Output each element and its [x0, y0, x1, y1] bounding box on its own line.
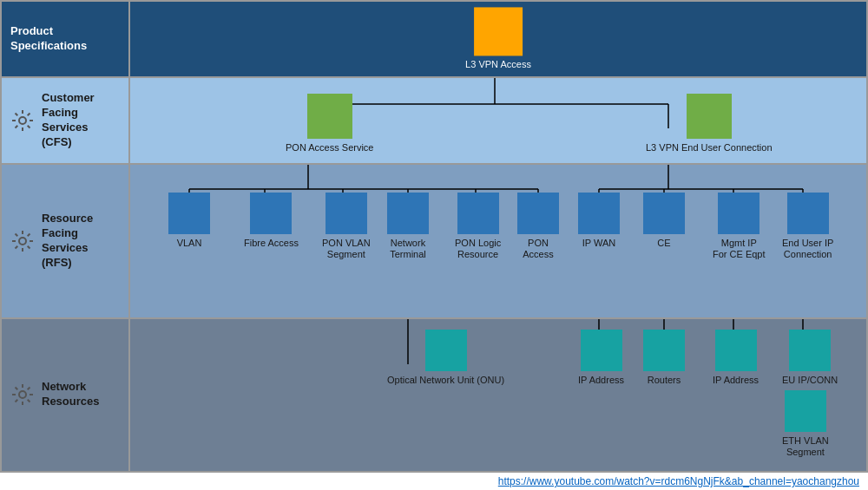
footer: https://www.youtube.com/watch?v=rdcm6NgN…: [0, 473, 868, 490]
ip-address1-label: IP Address: [578, 375, 624, 386]
band-rfs: VLAN Fibre Access PON VLAN Segment Netwo…: [130, 165, 866, 319]
sidebar-nr: Network Resources: [2, 319, 128, 472]
svg-line-25: [28, 388, 30, 390]
onu-node: Optical Network Unit (ONU): [387, 330, 504, 386]
pon-vlan-segment-node: PON VLAN Segment: [322, 193, 371, 260]
eu-ip-conn-box: [789, 330, 831, 371]
svg-line-16: [28, 233, 30, 236]
svg-point-9: [19, 238, 26, 245]
end-user-ip-box: [787, 193, 829, 234]
svg-line-17: [16, 245, 18, 248]
svg-line-5: [16, 114, 18, 116]
eu-ip-conn-label: EU IP/CONN: [782, 375, 838, 386]
band-l3vpn-access: L3 VPN Access: [130, 2, 866, 78]
ip-address2-box: [715, 330, 757, 371]
svg-line-8: [16, 126, 18, 128]
vlan-box: [168, 193, 210, 234]
mgmt-ip-node: Mgmt IP For CE Eqpt: [713, 193, 766, 260]
svg-line-15: [28, 245, 30, 248]
l3vpn-access-box: [474, 7, 523, 56]
routers-label: Routers: [648, 375, 681, 386]
cfs-label: Customer Facing Services (CFS): [42, 91, 120, 150]
routers-node: Routers: [643, 330, 685, 386]
eth-vlan-segment-label: ETH VLAN Segment: [782, 435, 829, 458]
svg-line-24: [28, 400, 30, 402]
ip-address1-node: IP Address: [578, 330, 624, 386]
gear-icon-cfs: [10, 108, 35, 133]
product-specs-label: Product Specifications: [10, 24, 87, 54]
mgmt-ip-box: [718, 193, 760, 234]
pon-logic-resource-node: PON Logic Resource: [455, 193, 501, 260]
rfs-label: Resource Facing Services (RFS): [42, 212, 120, 271]
sidebar-cfs: Customer Facing Services (CFS): [2, 78, 128, 165]
pon-access-box: [517, 193, 559, 234]
network-terminal-node: Network Terminal: [387, 193, 429, 260]
ip-wan-box: [578, 193, 620, 234]
svg-line-6: [28, 126, 30, 128]
routers-box: [643, 330, 685, 371]
pon-logic-resource-box: [457, 193, 499, 234]
svg-line-23: [16, 388, 18, 390]
ip-address1-box: [581, 330, 622, 371]
sidebar-product-specs: Product Specifications: [2, 2, 128, 78]
pon-vlan-segment-box: [326, 193, 367, 234]
svg-line-7: [28, 114, 30, 116]
pon-access-service-label: PON Access Service: [286, 142, 373, 154]
pon-access-label: PON Access: [523, 238, 553, 260]
ce-box: [643, 193, 685, 234]
svg-line-14: [16, 233, 18, 236]
eu-ip-conn-node: EU IP/CONN: [782, 330, 838, 386]
svg-point-0: [19, 117, 26, 124]
gear-icon-nr: [10, 382, 35, 407]
end-user-ip-node: End User IP Connection: [782, 193, 833, 260]
pon-access-service-box: [307, 94, 352, 139]
end-user-ip-label: End User IP Connection: [782, 238, 833, 260]
pon-vlan-segment-label: PON VLAN Segment: [322, 238, 371, 260]
sidebar-rfs: Resource Facing Services (RFS): [2, 165, 128, 319]
fibre-access-label: Fibre Access: [244, 238, 299, 249]
ip-address2-label: IP Address: [713, 375, 759, 386]
l3vpn-access-label: L3 VPN Access: [465, 59, 531, 70]
l3vpn-end-user-node: L3 VPN End User Connection: [646, 94, 773, 154]
onu-label: Optical Network Unit (ONU): [387, 375, 504, 386]
network-terminal-label: Network Terminal: [390, 238, 426, 260]
pon-access-service-node: PON Access Service: [286, 94, 373, 154]
nr-label: Network Resources: [42, 380, 99, 409]
ce-node: CE: [643, 193, 685, 249]
ce-label: CE: [657, 238, 670, 249]
youtube-link[interactable]: https://www.youtube.com/watch?v=rdcm6NgN…: [498, 475, 859, 487]
ip-wan-node: IP WAN: [578, 193, 620, 249]
svg-point-18: [19, 391, 26, 398]
l3vpn-access-node: L3 VPN Access: [465, 7, 531, 70]
vlan-label: VLAN: [177, 238, 202, 249]
gear-icon-rfs: [10, 229, 35, 253]
vlan-node: VLAN: [168, 193, 210, 249]
ip-address2-node: IP Address: [713, 330, 759, 386]
ip-wan-label: IP WAN: [582, 238, 616, 249]
band-cfs: PON Access Service L3 VPN End User Conne…: [130, 78, 866, 165]
pon-access-node: PON Access: [517, 193, 559, 260]
onu-box: [425, 330, 467, 371]
mgmt-ip-label: Mgmt IP For CE Eqpt: [713, 238, 766, 260]
band-nr: Optical Network Unit (ONU) IP Address Ro…: [130, 319, 866, 472]
l3vpn-end-user-box: [687, 94, 732, 139]
fibre-access-node: Fibre Access: [244, 193, 299, 249]
fibre-access-box: [250, 193, 292, 234]
network-terminal-box: [387, 193, 429, 234]
pon-logic-resource-label: PON Logic Resource: [455, 238, 501, 260]
l3vpn-end-user-label: L3 VPN End User Connection: [646, 142, 773, 154]
eth-vlan-segment-box: [785, 390, 826, 432]
eth-vlan-segment-node: ETH VLAN Segment: [782, 390, 829, 458]
svg-line-26: [16, 400, 18, 402]
